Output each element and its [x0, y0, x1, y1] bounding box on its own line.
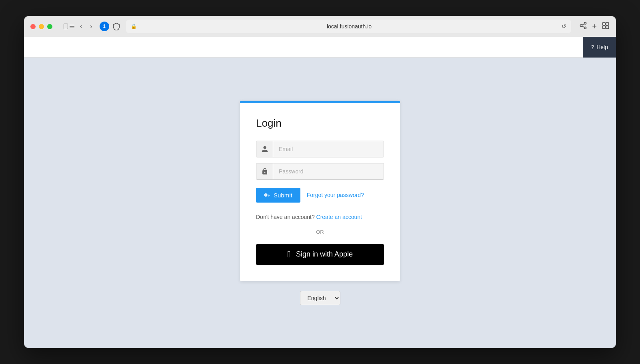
submit-icon — [264, 192, 270, 198]
or-line-right — [329, 232, 384, 232]
apple-logo-icon:  — [287, 250, 290, 259]
register-text: Don't have an account? Create an account — [256, 214, 384, 220]
no-account-text: Don't have an account? — [256, 214, 315, 220]
language-selector: English Spanish French German — [300, 291, 340, 305]
email-field-wrapper — [256, 141, 384, 157]
language-select[interactable]: English Spanish French German — [300, 291, 340, 305]
login-card: Login — [240, 101, 400, 281]
apple-signin-button[interactable]:  Sign in with Apple — [256, 244, 384, 265]
extension-icons: 1 — [100, 22, 121, 31]
or-line-left — [256, 232, 311, 232]
form-actions: Submit Forgot your password? — [256, 188, 384, 203]
1password-icon[interactable]: 1 — [100, 22, 109, 31]
email-input[interactable] — [273, 141, 384, 157]
password-field-wrapper — [256, 163, 384, 180]
svg-rect-2 — [603, 26, 606, 28]
new-tab-button[interactable]: + — [592, 22, 597, 31]
share-button[interactable] — [579, 22, 587, 32]
forward-button[interactable]: › — [88, 21, 94, 32]
url-text: local.fusionauth.io — [140, 23, 559, 30]
maximize-button[interactable] — [47, 24, 52, 29]
svg-rect-1 — [606, 22, 609, 25]
card-body: Login — [240, 103, 400, 281]
help-label: Help — [596, 44, 608, 50]
browser-nav-controls: ‹ › — [60, 21, 95, 32]
help-button[interactable]: ? Help — [583, 37, 616, 58]
login-title: Login — [256, 117, 384, 129]
minimize-button[interactable] — [39, 24, 44, 29]
svg-rect-3 — [606, 26, 609, 28]
browser-actions: + — [579, 22, 610, 32]
traffic-lights — [30, 24, 52, 29]
user-icon — [256, 141, 273, 157]
help-bar: ? Help — [24, 37, 616, 58]
submit-button[interactable]: Submit — [256, 188, 300, 203]
apple-signin-label: Sign in with Apple — [296, 250, 353, 259]
submit-label: Submit — [274, 192, 292, 199]
password-input[interactable] — [273, 163, 384, 179]
lock-field-icon — [256, 163, 273, 179]
or-divider: OR — [256, 229, 384, 235]
create-account-link[interactable]: Create an account — [316, 214, 362, 220]
close-button[interactable] — [30, 24, 36, 29]
back-button[interactable]: ‹ — [78, 21, 84, 32]
shield-icon[interactable] — [112, 22, 121, 31]
or-text: OR — [316, 229, 324, 235]
forgot-password-link[interactable]: Forgot your password? — [307, 192, 364, 198]
svg-rect-0 — [603, 22, 606, 25]
reload-button[interactable]: ↺ — [562, 23, 566, 30]
help-icon: ? — [591, 44, 594, 50]
tabs-button[interactable] — [602, 22, 610, 32]
lock-icon: 🔒 — [131, 24, 137, 29]
page-content: Login — [24, 58, 616, 348]
address-bar[interactable]: 🔒 local.fusionauth.io ↺ — [126, 20, 572, 33]
